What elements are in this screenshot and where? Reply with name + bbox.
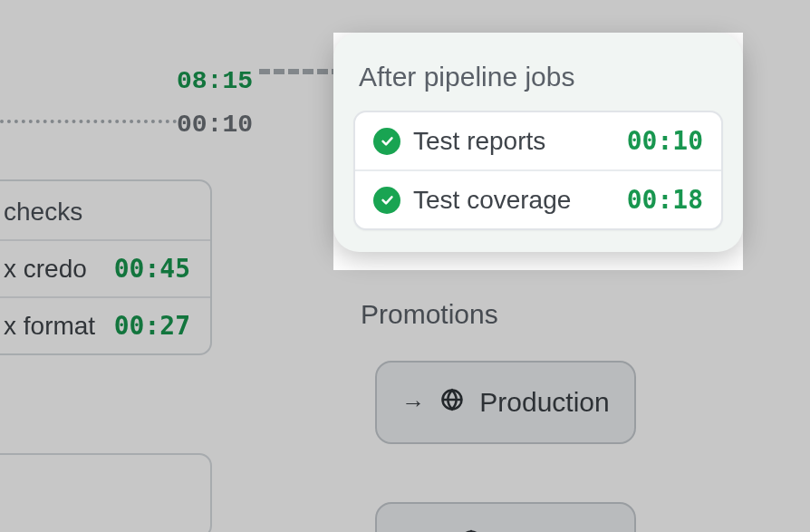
job-name: Test reports — [413, 127, 614, 156]
checks-card[interactable]: checks x credo 00:45 x format 00:27 — [0, 179, 212, 355]
checks-row[interactable]: x credo 00:45 — [0, 239, 210, 296]
after-pipeline-job-list: Test reports 00:10 Test coverage 00:18 — [353, 111, 723, 230]
dashed-connector — [259, 69, 342, 74]
job-duration: 00:10 — [627, 126, 703, 156]
check-name: x credo — [4, 255, 87, 284]
promotion-button-staging[interactable]: → Staging — [375, 502, 636, 532]
dim-overlay — [743, 33, 810, 270]
dotted-connector-left — [0, 120, 177, 123]
promotion-label: Staging — [498, 528, 591, 532]
pipeline-queue-time: 00:10 — [177, 103, 253, 147]
status-passed-icon — [373, 128, 400, 155]
checks-card-title: checks — [0, 181, 210, 239]
check-duration: 00:27 — [114, 311, 190, 341]
check-name: x format — [4, 312, 95, 341]
globe-icon — [458, 528, 484, 533]
after-pipeline-job[interactable]: Test reports 00:10 — [355, 112, 721, 169]
promotion-label: Production — [479, 387, 609, 418]
checks-row[interactable]: x format 00:27 — [0, 296, 210, 353]
pipeline-total-time: 08:15 — [177, 60, 253, 103]
job-duration: 00:18 — [627, 185, 703, 215]
pipeline-time-summary: 08:15 00:10 — [177, 60, 253, 146]
after-pipeline-panel: After pipeline jobs Test reports 00:10 T… — [333, 33, 743, 252]
promotion-button-production[interactable]: → Production — [375, 361, 636, 444]
after-pipeline-title: After pipeline jobs — [359, 62, 719, 92]
promotions-title: Promotions — [361, 299, 498, 330]
check-duration: 00:45 — [114, 254, 190, 284]
job-name: Test coverage — [413, 186, 614, 215]
card-peek — [0, 453, 212, 532]
arrow-right-icon: → — [401, 389, 425, 417]
after-pipeline-job[interactable]: Test coverage 00:18 — [355, 169, 721, 228]
globe-icon — [439, 387, 465, 419]
status-passed-icon — [373, 187, 400, 214]
dim-overlay — [0, 0, 810, 33]
